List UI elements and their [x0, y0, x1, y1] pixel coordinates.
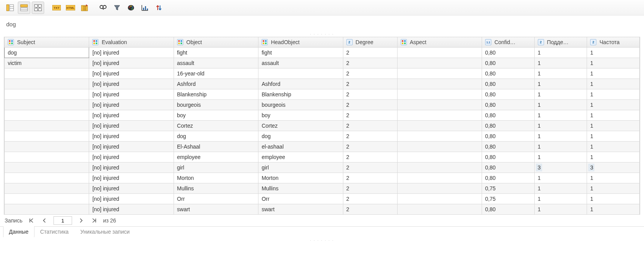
cell-degree[interactable]: 2 [343, 121, 397, 131]
cell-aspect[interactable] [397, 58, 482, 68]
cell-subject[interactable] [5, 89, 89, 100]
cell-frequency[interactable]: 1 [587, 100, 640, 110]
cell-aspect[interactable] [397, 68, 482, 79]
cell-support[interactable]: 1 [534, 142, 587, 152]
cell-object[interactable]: girl [174, 162, 258, 173]
cell-frequency[interactable]: 1 [587, 89, 640, 100]
cell-confidence[interactable]: 0,80 [482, 100, 534, 110]
cell-headobject[interactable]: Morton [258, 173, 343, 183]
table-row[interactable]: [no] injuredboyboy20,8011 [5, 110, 640, 121]
cell-subject[interactable] [5, 100, 89, 110]
cell-degree[interactable]: 2 [343, 152, 397, 162]
cell-frequency[interactable]: 1 [587, 79, 640, 89]
cell-confidence[interactable]: 0,80 [482, 68, 534, 79]
cell-frequency[interactable]: 1 [587, 183, 640, 194]
column-header-object[interactable]: Object [174, 37, 258, 48]
cell-frequency[interactable]: 1 [587, 68, 640, 79]
next-page-button[interactable] [77, 216, 85, 225]
cell-confidence[interactable]: 0,80 [482, 152, 534, 162]
cell-confidence[interactable]: 0,80 [482, 142, 534, 152]
cell-degree[interactable]: 2 [343, 131, 397, 142]
sort-icon[interactable] [153, 2, 165, 14]
cell-support[interactable]: 1 [534, 204, 587, 215]
cell-subject[interactable] [5, 121, 89, 131]
cell-degree[interactable]: 2 [343, 58, 397, 68]
cell-frequency[interactable]: 1 [587, 173, 640, 183]
cell-confidence[interactable]: 0,80 [482, 173, 534, 183]
cell-support[interactable]: 1 [534, 121, 587, 131]
cell-aspect[interactable] [397, 110, 482, 121]
cell-subject[interactable] [5, 79, 89, 89]
cell-degree[interactable]: 2 [343, 173, 397, 183]
cell-evaluation[interactable]: [no] injured [89, 58, 174, 68]
cell-object[interactable]: 16-year-old [174, 68, 258, 79]
search-icon[interactable] [97, 2, 109, 14]
column-header-support[interactable]: 2Подде… [534, 37, 587, 48]
column-header-confidence[interactable]: 1.1Confid… [482, 37, 534, 48]
cell-headobject[interactable]: girl [258, 162, 343, 173]
horizontal-view-icon[interactable] [18, 2, 30, 14]
cell-degree[interactable]: 2 [343, 183, 397, 194]
table-row[interactable]: [no] injuredemployeeemployee20,8011 [5, 152, 640, 162]
cell-object[interactable]: Mullins [174, 183, 258, 194]
cell-subject[interactable]: victim [5, 58, 89, 68]
html-export-icon[interactable]: HTML [64, 2, 77, 14]
cell-confidence[interactable]: 0,80 [482, 48, 534, 58]
cell-degree[interactable]: 2 [343, 68, 397, 79]
cell-evaluation[interactable]: [no] injured [89, 100, 174, 110]
cell-aspect[interactable] [397, 100, 482, 110]
table-row[interactable]: [no] injuredEl-Ashaalel-ashaal20,8011 [5, 142, 640, 152]
cell-confidence[interactable]: 0,80 [482, 110, 534, 121]
cell-object[interactable]: Morton [174, 173, 258, 183]
cell-aspect[interactable] [397, 162, 482, 173]
cell-subject[interactable] [5, 131, 89, 142]
cell-degree[interactable]: 2 [343, 48, 397, 58]
cell-subject[interactable] [5, 68, 89, 79]
xls-export-icon[interactable] [78, 2, 91, 14]
cell-frequency[interactable]: 1 [587, 194, 640, 204]
cell-confidence[interactable]: 0,80 [482, 131, 534, 142]
cell-subject[interactable] [5, 142, 89, 152]
cell-evaluation[interactable]: [no] injured [89, 48, 174, 58]
cell-frequency[interactable]: 1 [587, 110, 640, 121]
cell-evaluation[interactable]: [no] injured [89, 162, 174, 173]
cell-aspect[interactable] [397, 173, 482, 183]
table-row[interactable]: [no] injuredMortonMorton20,8011 [5, 173, 640, 183]
cell-confidence[interactable]: 0,80 [482, 204, 534, 215]
cell-aspect[interactable] [397, 48, 482, 58]
cell-confidence[interactable]: 0,80 [482, 121, 534, 131]
cell-confidence[interactable]: 0,80 [482, 89, 534, 100]
cell-headobject[interactable]: boy [258, 110, 343, 121]
cell-object[interactable]: employee [174, 152, 258, 162]
cell-headobject[interactable]: el-ashaal [258, 142, 343, 152]
cell-headobject[interactable]: bourgeois [258, 100, 343, 110]
cell-evaluation[interactable]: [no] injured [89, 79, 174, 89]
cell-evaluation[interactable]: [no] injured [89, 152, 174, 162]
cell-evaluation[interactable]: [no] injured [89, 142, 174, 152]
cell-support[interactable]: 1 [534, 194, 587, 204]
cell-frequency[interactable]: 1 [587, 48, 640, 58]
prev-page-button[interactable] [40, 216, 49, 225]
cell-frequency[interactable]: 1 [587, 131, 640, 142]
column-header-headobject[interactable]: HeadObject [258, 37, 343, 48]
column-header-degree[interactable]: 2Degree [343, 37, 397, 48]
cell-frequency[interactable]: 1 [587, 58, 640, 68]
cell-frequency[interactable]: 1 [587, 121, 640, 131]
cell-headobject[interactable]: Orr [258, 194, 343, 204]
cell-support[interactable]: 3 [534, 162, 587, 173]
cell-headobject[interactable]: fight [258, 48, 343, 58]
cell-evaluation[interactable]: [no] injured [89, 121, 174, 131]
cell-frequency[interactable]: 3 [587, 162, 640, 173]
table-row[interactable]: victim[no] injuredassaultassault20,8011 [5, 58, 640, 68]
cell-degree[interactable]: 2 [343, 142, 397, 152]
cell-object[interactable]: boy [174, 110, 258, 121]
table-row[interactable]: [no] injuredCortezCortez20,8011 [5, 121, 640, 131]
cell-confidence[interactable]: 0,80 [482, 79, 534, 89]
cell-aspect[interactable] [397, 121, 482, 131]
tab-Статистика[interactable]: Статистика [34, 226, 75, 238]
tab-Данные[interactable]: Данные [3, 226, 34, 238]
table-row[interactable]: [no] injuredBlankenshipBlankenship20,801… [5, 89, 640, 100]
cell-object[interactable]: Cortez [174, 121, 258, 131]
cell-headobject[interactable]: swart [258, 204, 343, 215]
cell-object[interactable]: dog [174, 131, 258, 142]
